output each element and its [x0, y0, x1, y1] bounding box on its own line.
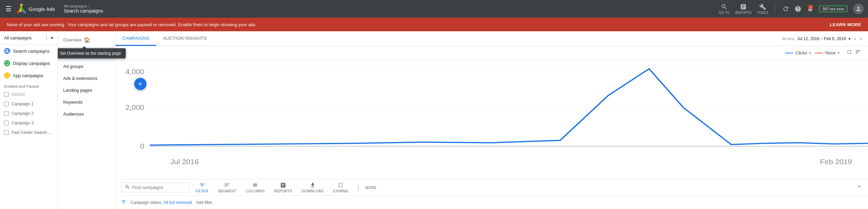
all-campaigns-label[interactable]: All campaigns: [4, 35, 32, 40]
metric2-dropdown-icon[interactable]: ▾: [838, 51, 839, 55]
metric1-dropdown-icon[interactable]: ▾: [809, 51, 811, 55]
search-campaigns-label: Search campaigns: [13, 49, 50, 54]
hamburger-menu-icon[interactable]: ☰: [4, 3, 13, 14]
nav-item-ads[interactable]: Ads & extensions: [58, 72, 115, 84]
left-sidebar: All campaigns ⋮ ▾ Search campaigns Displ…: [0, 31, 58, 209]
sidebar-item-app[interactable]: App campaigns: [0, 69, 57, 82]
notifications-button[interactable]: 1: [807, 5, 814, 12]
nav-item-adgroups[interactable]: Ad groups: [58, 60, 115, 72]
tab-campaigns[interactable]: CAMPAIGNS: [116, 31, 156, 46]
svg-text:Jul 2016: Jul 2016: [170, 158, 199, 165]
dropdown-arrow-icon[interactable]: ▾: [848, 36, 851, 41]
metric2-selector[interactable]: None ▾: [815, 50, 839, 55]
chart-view-controls: [846, 49, 861, 57]
columns-button[interactable]: COLUMNS: [243, 181, 267, 194]
goto-button[interactable]: GO TO: [719, 3, 730, 15]
tab-auction-insights[interactable]: AUCTION INSIGHTS: [156, 31, 213, 46]
list-item[interactable]: Fast Center Search 01: [0, 128, 57, 137]
breadcrumb: All campaigns › Search campaigns: [64, 4, 103, 14]
campaign-checkbox[interactable]: [4, 111, 9, 116]
filter-bar: Campaign status: All but removed Add fil…: [116, 195, 868, 209]
metric1-selector[interactable]: Clicks ▾: [785, 50, 811, 55]
reports-toolbar-button[interactable]: REPORTS: [272, 181, 295, 194]
nav-item-landing[interactable]: Landing pages: [58, 84, 115, 96]
expand-icon[interactable]: ▾: [51, 35, 53, 41]
help-button[interactable]: [795, 5, 801, 12]
add-filter-button[interactable]: Add filter: [196, 200, 212, 205]
nav-right: GO TO REPORTS TOOLS 1 387-xxx-xxxx: [719, 3, 864, 15]
list-item[interactable]: Campaign 2: [0, 109, 57, 118]
active-filter-icon: [121, 199, 126, 206]
tools-button[interactable]: TOOLS: [757, 3, 768, 15]
date-value[interactable]: Jul 12, 2016 – Feb 6, 2019: [797, 36, 846, 41]
list-item[interactable]: Campaign 1: [0, 99, 57, 109]
svg-rect-6: [5, 62, 9, 64]
display-campaigns-label: Display campaigns: [13, 61, 50, 66]
nav-item-keywords[interactable]: Keywords: [58, 96, 115, 108]
chart-columns-button[interactable]: [855, 49, 861, 57]
fab-add-button[interactable]: +: [134, 78, 146, 90]
breadcrumb-parent[interactable]: All campaigns ›: [64, 4, 103, 8]
metric2-line: [815, 53, 823, 53]
svg-text:2,000: 2,000: [125, 104, 144, 111]
goto-label: GO TO: [719, 11, 730, 15]
more-options-button[interactable]: ⋮: [355, 184, 361, 191]
nav-left: ☰ Google Ads All campaigns › Search camp…: [4, 3, 103, 14]
svg-point-4: [23, 11, 26, 14]
top-navigation: ☰ Google Ads All campaigns › Search camp…: [0, 0, 868, 18]
sidebar-item-display[interactable]: Display campaigns: [0, 57, 57, 69]
expand-toolbar-button[interactable]: EXPAND: [330, 181, 351, 194]
filter-tag[interactable]: Campaign status: All but removed: [131, 200, 192, 205]
header-icons: ⋮ ▾: [44, 35, 53, 41]
campaign-name: Campaign 3: [12, 121, 34, 125]
more-options-icon[interactable]: ⋮: [44, 35, 49, 41]
all-campaigns-header: All campaigns ⋮ ▾: [0, 31, 57, 45]
campaign-name: Campaign 1: [12, 102, 34, 106]
campaigns-section-label: Enabled and Paused: [0, 82, 57, 90]
date-next-button[interactable]: ›: [860, 35, 863, 42]
svg-text:0: 0: [140, 143, 144, 150]
date-prev-button[interactable]: ‹: [853, 35, 856, 42]
tabs-row: CAMPAIGNS AUCTION INSIGHTS All time Jul …: [116, 31, 868, 46]
download-button[interactable]: DOWNLOAD: [299, 181, 326, 194]
campaign-checkbox[interactable]: [4, 130, 9, 135]
segment-button[interactable]: SEGMENT: [215, 181, 239, 194]
reports-toolbar-label: REPORTS: [274, 189, 292, 193]
nav-audiences-label: Audiences: [63, 111, 84, 117]
svg-point-3: [17, 11, 20, 14]
collapse-button[interactable]: [856, 184, 863, 191]
refresh-button[interactable]: [782, 5, 789, 12]
chart-svg: 4,000 2,000 0 Jul 2016 Feb 2019: [116, 60, 868, 179]
chart-expand-button[interactable]: [846, 49, 852, 57]
sidebar-item-search[interactable]: Search campaigns: [0, 45, 57, 57]
campaign-checkbox[interactable]: [4, 102, 9, 106]
mid-sidebar: Overview 🏠 Set Overview as the starting …: [58, 31, 116, 209]
google-ads-logo-icon: [16, 4, 27, 14]
campaign-checkbox[interactable]: [4, 92, 9, 97]
bottom-toolbar: FILTER SEGMENT COLUMNS REPORTS DOWNLOAD: [116, 179, 868, 195]
tooltip: Set Overview as the starting page: [58, 48, 126, 58]
nav-item-audiences[interactable]: Audiences: [58, 108, 115, 120]
main-body: Overview 🏠 Set Overview as the starting …: [58, 31, 868, 209]
filter-button[interactable]: FILTER: [193, 181, 211, 194]
reports-button[interactable]: REPORTS: [735, 3, 751, 15]
overview-nav-item[interactable]: Overview 🏠: [58, 33, 115, 48]
overview-label: Overview: [63, 37, 82, 42]
account-number[interactable]: 387-xxx-xxxx: [819, 5, 848, 12]
list-item[interactable]: [0, 90, 57, 99]
nav-keywords-label: Keywords: [63, 100, 83, 105]
svg-point-9: [7, 76, 7, 76]
list-item[interactable]: Campaign 3: [0, 118, 57, 128]
find-campaigns-input[interactable]: [132, 185, 180, 190]
date-label: All time: [782, 37, 795, 41]
avatar[interactable]: [853, 3, 864, 14]
svg-text:Feb 2019: Feb 2019: [820, 158, 852, 165]
chart-controls: Clicks ▾ None ▾: [116, 46, 868, 60]
campaign-name: Fast Center Search 01: [12, 130, 52, 135]
filter-value[interactable]: All but removed: [163, 200, 192, 205]
campaign-name: Campaign 2: [12, 111, 34, 116]
learn-more-button[interactable]: LEARN MORE: [830, 22, 861, 27]
columns-label: COLUMNS: [246, 189, 264, 193]
campaign-checkbox[interactable]: [4, 121, 9, 125]
find-campaigns-box[interactable]: [121, 182, 189, 192]
